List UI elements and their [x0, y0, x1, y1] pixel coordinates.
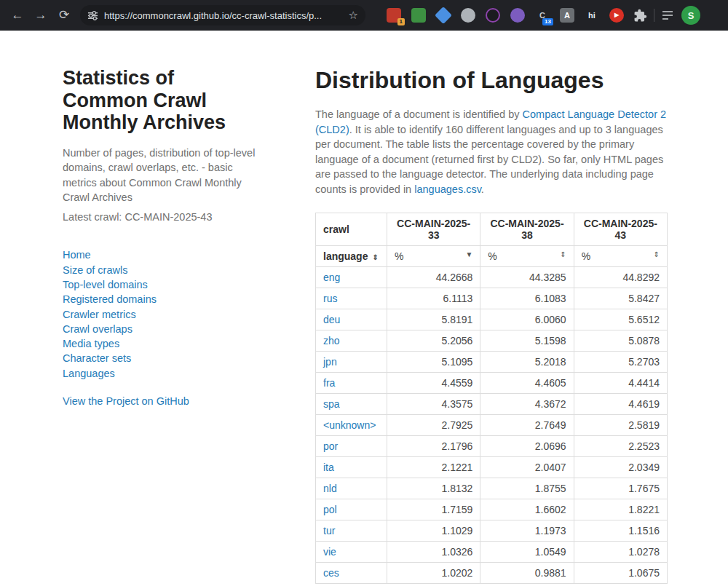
percent-value-cell: 2.2523: [574, 436, 667, 457]
extension-icon-10[interactable]: ▶: [609, 8, 624, 23]
latest-crawl-text: Latest crawl: CC-MAIN-2025-43: [63, 210, 256, 225]
forward-icon[interactable]: →: [29, 4, 52, 26]
browser-window: ← → ⟳ https://commoncrawl.github.io/cc-c…: [0, 0, 728, 586]
table-row: jpn5.10955.20185.2703: [316, 352, 668, 373]
table-row: <unknown>2.79252.76492.5819: [316, 415, 668, 436]
table-row: ita2.12212.04072.0349: [316, 457, 668, 478]
extension-icon-5[interactable]: [486, 8, 500, 23]
percent-value-cell: 2.7925: [387, 415, 480, 436]
github-project-link[interactable]: View the Project on GitHub: [63, 395, 189, 407]
extensions-menu-icon[interactable]: [633, 9, 647, 23]
extension-glyph: ▶: [614, 12, 619, 18]
percent-value-cell: 1.1029: [387, 520, 480, 542]
sort-arrows-icon[interactable]: ⇕: [372, 253, 378, 261]
sort-label: %: [582, 250, 590, 262]
language-link[interactable]: fra: [323, 377, 335, 389]
percent-value-cell: 5.2703: [574, 352, 667, 373]
percent-value-cell: 5.1095: [387, 352, 480, 373]
sidebar-link-home[interactable]: Home: [63, 248, 256, 262]
language-sort-header[interactable]: language⇕: [316, 246, 387, 267]
crawl-column-header: CC-MAIN-2025-43: [574, 213, 667, 246]
extension-icon-1[interactable]: 1: [387, 8, 401, 23]
language-link[interactable]: jpn: [323, 356, 337, 368]
language-link[interactable]: rus: [323, 293, 337, 304]
sidebar-nav: HomeSize of crawlsTop-level domainsRegis…: [63, 248, 256, 381]
language-cell: por: [316, 436, 387, 457]
language-cell: nld: [316, 478, 387, 499]
percent-value-cell: 1.8132: [387, 478, 480, 499]
percent-value-cell: 6.0060: [480, 309, 574, 330]
sidebar-link-character-sets[interactable]: Character sets: [63, 351, 256, 365]
percent-value-cell: 1.0549: [480, 542, 574, 563]
sort-label: language: [323, 250, 368, 262]
extension-icon-7[interactable]: C13: [535, 8, 550, 23]
intro-text: . It is able to identify 160 different l…: [315, 124, 663, 195]
sidebar-link-crawl-overlaps[interactable]: Crawl overlaps: [63, 322, 256, 336]
sidebar-link-size-of-crawls[interactable]: Size of crawls: [63, 263, 256, 277]
percent-sort-header[interactable]: ⇕%: [480, 246, 574, 267]
sidebar-link-top-level-domains[interactable]: Top-level domains: [63, 277, 256, 292]
language-link[interactable]: eng: [323, 272, 340, 283]
language-link[interactable]: vie: [323, 546, 336, 558]
sort-arrows-icon[interactable]: ▼: [465, 250, 472, 258]
percent-sort-header[interactable]: ⇕%: [574, 246, 667, 267]
language-link[interactable]: spa: [323, 398, 340, 410]
percent-value-cell: 44.2668: [387, 267, 480, 288]
extension-icon-8[interactable]: A: [560, 8, 574, 23]
browser-toolbar: ← → ⟳ https://commoncrawl.github.io/cc-c…: [0, 0, 728, 31]
percent-value-cell: 44.8292: [574, 267, 667, 288]
percent-value-cell: 4.4414: [574, 373, 667, 394]
language-link[interactable]: tur: [323, 525, 335, 536]
sidebar-link-crawler-metrics[interactable]: Crawler metrics: [63, 307, 256, 322]
reload-icon[interactable]: ⟳: [52, 4, 76, 26]
language-link[interactable]: deu: [323, 314, 340, 325]
language-link[interactable]: <unknown>: [323, 419, 376, 431]
language-cell: <unknown>: [316, 415, 387, 436]
percent-value-cell: 0.9881: [480, 563, 574, 584]
table-row: deu5.81916.00605.6512: [316, 309, 668, 330]
sidebar-link-registered-domains[interactable]: Registered domains: [63, 292, 256, 306]
language-cell: jpn: [316, 352, 387, 373]
reading-list-icon[interactable]: [661, 9, 674, 22]
language-link[interactable]: pol: [323, 504, 337, 515]
extension-badge: 1: [397, 18, 405, 25]
table-row: por2.17962.06962.2523: [316, 436, 668, 457]
bookmark-star-icon[interactable]: ☆: [349, 9, 358, 22]
sidebar-link-media-types[interactable]: Media types: [63, 336, 256, 351]
site-settings-icon[interactable]: [87, 10, 98, 21]
sidebar-link-languages[interactable]: Languages: [63, 366, 256, 381]
profile-avatar[interactable]: S: [681, 6, 700, 25]
sidebar: Statistics of Common Crawl Monthly Archi…: [63, 67, 256, 586]
back-icon[interactable]: ←: [6, 4, 29, 26]
percent-value-cell: 5.1598: [480, 330, 574, 352]
language-link[interactable]: por: [323, 440, 338, 452]
language-link[interactable]: nld: [323, 483, 337, 494]
crawl-header-cell: crawl: [316, 213, 387, 246]
percent-sort-header[interactable]: ▼%: [387, 246, 480, 267]
extension-icon-6[interactable]: [510, 8, 525, 23]
sort-arrows-icon[interactable]: ⇕: [560, 250, 566, 258]
toolbar-separator: [654, 9, 654, 22]
language-cell: tur: [316, 520, 387, 542]
percent-value-cell: 1.0202: [387, 563, 480, 584]
extension-icon-4[interactable]: [461, 8, 475, 23]
table-body: eng44.266844.328544.8292rus6.11136.10835…: [316, 267, 668, 584]
percent-value-cell: 2.1796: [387, 436, 480, 457]
percent-value-cell: 2.0349: [574, 457, 667, 478]
extension-icon-2[interactable]: [411, 8, 426, 23]
percent-value-cell: 2.0696: [480, 436, 574, 457]
extension-icon-9[interactable]: hi: [585, 8, 599, 23]
table-sort-row: language⇕▼%⇕%⇕%: [316, 246, 668, 267]
language-link[interactable]: zho: [323, 335, 340, 347]
percent-value-cell: 1.8755: [480, 478, 574, 499]
percent-value-cell: 1.0675: [574, 563, 667, 584]
language-cell: ita: [316, 457, 387, 478]
language-cell: fra: [316, 373, 387, 394]
intro-paragraph: The language of a document is identified…: [315, 107, 668, 197]
sort-arrows-icon[interactable]: ⇕: [654, 250, 660, 258]
extension-icon-3[interactable]: [435, 7, 452, 24]
language-link[interactable]: ces: [323, 567, 339, 579]
intro-inline-link[interactable]: languages.csv: [414, 183, 481, 195]
language-link[interactable]: ita: [323, 462, 334, 473]
address-bar[interactable]: https://commoncrawl.github.io/cc-crawl-s…: [80, 5, 365, 25]
